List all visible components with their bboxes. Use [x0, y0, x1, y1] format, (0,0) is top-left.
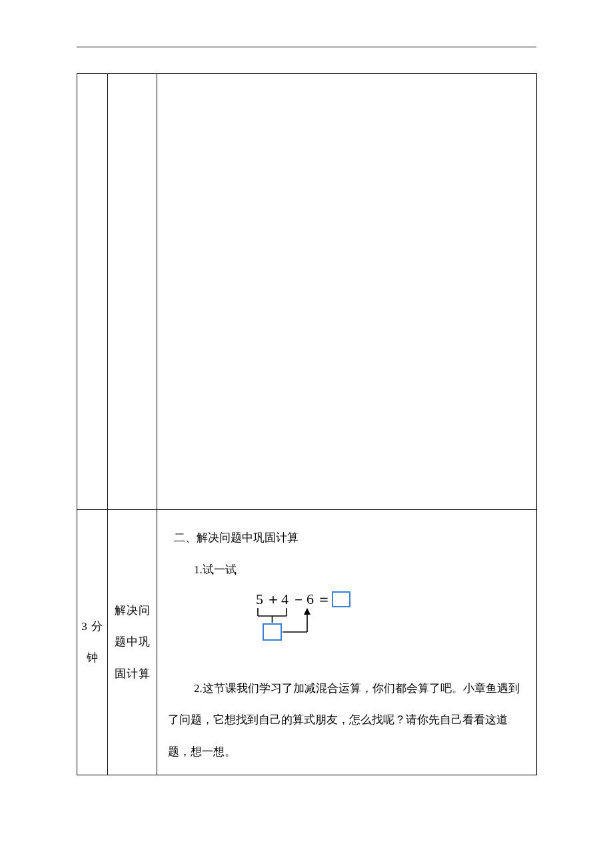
expr-b: 4: [281, 591, 289, 607]
cell-content-2: 二、解决问题中巩固计算 1.试一试 5 ＋ 4 － 6 ＝: [157, 510, 537, 775]
cell-section-1: [108, 74, 157, 510]
expr-minus: －: [291, 591, 306, 607]
cell-section-2: 解决问题中巩固计算: [108, 510, 157, 775]
equation-svg: 5 ＋ 4 － 6 ＝: [221, 589, 380, 651]
item-2: 2.这节课我们学习了加减混合运算，你们都会算了吧。小章鱼遇到了问题，它想找到自己…: [168, 673, 526, 768]
item-1: 1.试一试: [168, 554, 526, 586]
intermediate-box-icon: [263, 624, 281, 640]
cell-time-1: [77, 74, 108, 510]
document-page: 3 分钟 解决问题中巩固计算 二、解决问题中巩固计算 1.试一试 5 ＋ 4: [0, 0, 613, 868]
header-rule: [77, 47, 536, 47]
expr-a: 5: [256, 591, 263, 607]
section-label: 解决问题中巩固计算: [108, 595, 157, 690]
cell-content-1: [157, 74, 537, 510]
section-heading: 二、解决问题中巩固计算: [168, 522, 526, 554]
expr-c: 6: [306, 591, 314, 607]
result-box-icon: [332, 592, 350, 607]
table-row: 3 分钟 解决问题中巩固计算 二、解决问题中巩固计算 1.试一试 5 ＋ 4: [77, 510, 537, 775]
table-row: [77, 74, 537, 510]
lesson-table: 3 分钟 解决问题中巩固计算 二、解决问题中巩固计算 1.试一试 5 ＋ 4: [77, 73, 537, 775]
content-body: 二、解决问题中巩固计算 1.试一试 5 ＋ 4 － 6 ＝: [157, 510, 536, 775]
expr-eq: ＝: [316, 591, 331, 607]
expr-plus: ＋: [266, 591, 281, 607]
arrowhead-icon: [304, 608, 310, 615]
